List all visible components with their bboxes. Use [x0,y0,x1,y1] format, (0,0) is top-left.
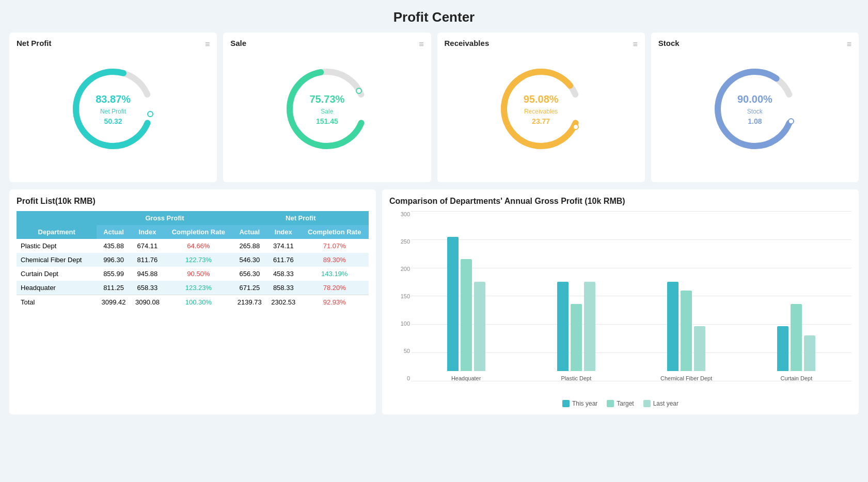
gauges-row: Net Profit ≡ 83.87% Net Profit 50.32 [0,33,868,189]
gp-completion-cell: 100.30% [164,295,232,310]
gauge-title-sale: Sale [230,39,423,47]
gauge-pct-net-profit: 83.87% [96,91,131,107]
gauge-label-receivables: Receivables [524,107,559,116]
gauge-value-receivables: 23.77 [524,116,559,127]
gauge-menu-sale[interactable]: ≡ [419,40,423,49]
gauge-title-net-profit: Net Profit [17,39,210,47]
col-net-profit: Net Profit [233,211,369,225]
gauge-card-stock: Stock ≡ 90.00% Stock 1.08 [651,33,859,182]
gp-index-cell: 811.76 [131,253,164,267]
gauge-menu-receivables[interactable]: ≡ [633,40,637,49]
legend-dot [562,400,570,407]
dept-group: Curtain Dept [741,211,851,381]
dept-group: Chemical Fiber Dept [632,211,741,381]
legend-item: This year [562,400,597,407]
gp-actual-cell: 3099.42 [97,295,130,310]
gp-actual-cell: 435.88 [97,239,130,253]
np-completion-cell: 92.93% [300,295,369,310]
gp-actual-cell: 811.25 [97,281,130,295]
gauge-label-net-profit: Net Profit [96,107,131,116]
dept-label: Headquater [451,375,481,381]
bar [777,326,788,371]
bar [694,326,705,371]
table-row: Headquater 811.25 658.33 123.23% 671.25 … [17,281,369,295]
bottom-row: Profit List(10k RMB) Department Gross Pr… [0,189,868,422]
bar [667,282,678,371]
chart-title: Comparison of Departments' Annual Gross … [389,197,851,206]
legend-label: Last year [653,400,678,407]
gp-index-cell: 658.33 [131,281,164,295]
dept-label: Chemical Fiber Dept [660,375,712,381]
dept-label: Curtain Dept [780,375,812,381]
bar [557,282,569,371]
col-department: Department [17,211,97,239]
dept-cell: Chemical Fiber Dept [17,253,97,267]
y-label: 150 [401,293,410,299]
bar-chart-area: 300250200150100500 Headquater Plastic De… [389,211,851,407]
np-index-cell: 611.76 [266,253,300,267]
profit-list-title: Profit List(10k RMB) [17,197,369,206]
np-actual-cell: 265.88 [233,239,266,253]
np-actual-cell: 2139.73 [233,295,266,310]
gp-completion-cell: 123.23% [164,281,232,295]
bar [584,282,595,371]
gauge-title-receivables: Receivables [445,39,638,47]
bar [571,304,582,371]
gauge-card-net-profit: Net Profit ≡ 83.87% Net Profit 50.32 [9,33,217,182]
gauge-card-sale: Sale ≡ 75.73% Sale 151.45 [223,33,431,182]
y-label: 50 [404,348,410,354]
gp-completion-cell: 64.66% [164,239,232,253]
bar [474,282,485,371]
col-gp-actual: Actual [97,225,130,239]
y-label: 250 [401,238,410,245]
gp-completion-cell: 90.50% [164,267,232,281]
svg-point-11 [788,119,794,124]
legend-dot [607,400,614,407]
legend-dot [643,400,651,407]
gp-index-cell: 674.11 [131,239,164,253]
table-row: Chemical Fiber Dept 996.30 811.76 122.73… [17,253,369,267]
page-title: Profit Center [0,0,868,33]
col-gp-completion: Completion Rate [164,225,232,239]
profit-list-card: Profit List(10k RMB) Department Gross Pr… [9,189,376,414]
gauge-menu-net-profit[interactable]: ≡ [205,40,210,49]
table-row: Total 3099.42 3090.08 100.30% 2139.73 23… [17,295,369,310]
gp-index-cell: 3090.08 [131,295,164,310]
col-np-index: Index [266,225,300,239]
gauge-label-stock: Stock [737,107,772,116]
y-label: 200 [401,266,410,272]
bar [461,259,472,371]
bar [791,304,802,371]
gauge-pct-receivables: 95.08% [524,91,559,107]
profit-table: Department Gross Profit Net Profit Actua… [17,211,369,309]
gauge-pct-sale: 75.73% [309,91,344,107]
np-completion-cell: 71.07% [300,239,369,253]
chart-card: Comparison of Departments' Annual Gross … [382,189,859,414]
y-label: 100 [401,320,410,327]
gp-completion-cell: 122.73% [164,253,232,267]
np-completion-cell: 89.30% [300,253,369,267]
gauge-pct-stock: 90.00% [737,91,772,107]
legend-item: Target [607,400,634,407]
dept-cell: Headquater [17,281,97,295]
svg-point-2 [148,111,153,117]
gauge-value-stock: 1.08 [737,116,772,127]
dept-group: Headquater [411,211,521,381]
np-actual-cell: 546.30 [233,253,266,267]
gauge-title-stock: Stock [658,39,851,47]
dept-label: Plastic Dept [561,375,592,381]
np-actual-cell: 656.30 [233,267,266,281]
gauge-card-receivables: Receivables ≡ 95.08% Receivables 23.77 [437,33,645,182]
legend-label: This year [572,400,597,407]
dept-group: Plastic Dept [521,211,631,381]
col-np-completion: Completion Rate [300,225,369,239]
bar [804,335,815,371]
np-completion-cell: 78.20% [300,281,369,295]
gauge-menu-stock[interactable]: ≡ [847,40,851,49]
col-gp-index: Index [131,225,164,239]
np-completion-cell: 143.19% [300,267,369,281]
y-label: 0 [407,375,410,381]
gp-actual-cell: 855.99 [97,267,130,281]
np-index-cell: 458.33 [266,267,300,281]
gp-actual-cell: 996.30 [97,253,130,267]
